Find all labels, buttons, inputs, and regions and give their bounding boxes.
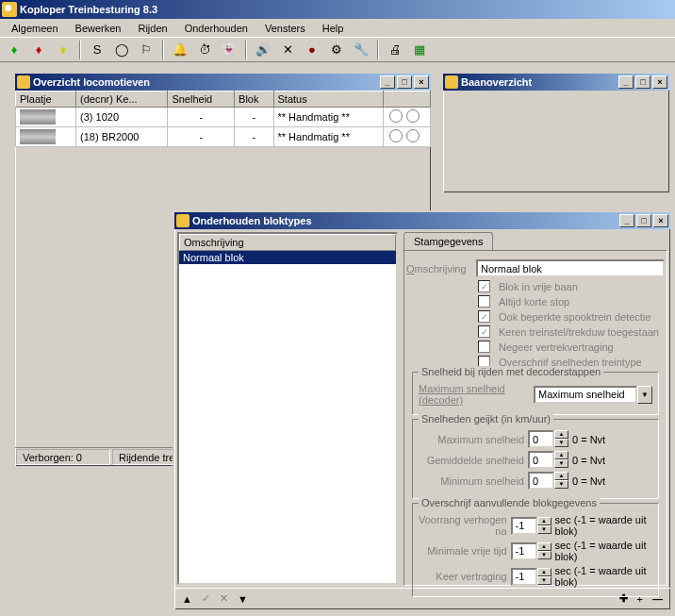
check-blok-vrije-baan[interactable]: ✓: [478, 280, 490, 292]
nav-up-icon[interactable]: ▲: [182, 593, 192, 605]
signal-red-icon[interactable]: ♦: [28, 40, 49, 60]
print-icon[interactable]: 🖨: [385, 40, 405, 60]
check-keren-toegestaan[interactable]: ✓: [478, 325, 490, 338]
circle-icon[interactable]: ◯: [111, 40, 132, 60]
check-altijd-korte-stop[interactable]: [478, 295, 490, 308]
check-negeer-vertraging[interactable]: [478, 341, 490, 353]
group-calibrated-speeds: Snelheden geijkt (in km/uur) Maximum sne…: [412, 419, 659, 499]
loco-thumb-icon: [20, 129, 56, 144]
baan-titlebar[interactable]: Baanoverzicht _ □ ×: [443, 74, 669, 91]
max-speed-spinner[interactable]: ▲▼: [528, 430, 568, 448]
minimize-button[interactable]: _: [619, 214, 634, 227]
maximize-button[interactable]: □: [635, 75, 650, 89]
sound-icon[interactable]: 🔊: [253, 40, 273, 60]
menu-vensters[interactable]: Vensters: [257, 21, 313, 36]
app-titlebar: Koploper Treinbesturing 8.3: [0, 0, 675, 19]
close-button[interactable]: ×: [652, 75, 667, 89]
timer-icon[interactable]: ⏱: [194, 40, 215, 60]
table-row[interactable]: (3) 1020 - - ** Handmatig **: [16, 108, 431, 127]
blocktype-list[interactable]: Omschrijving Normaal blok: [177, 232, 398, 585]
minimize-button[interactable]: _: [618, 75, 634, 89]
min-free-time-spinner[interactable]: ▲▼: [511, 542, 552, 560]
avg-speed-spinner[interactable]: ▲▼: [528, 451, 568, 469]
priority-spinner[interactable]: ▲▼: [511, 517, 552, 535]
table-row[interactable]: (18) BR2000 - - ** Handmatig **: [16, 127, 431, 147]
signal-yellow-icon[interactable]: ♦: [53, 40, 74, 60]
window-icon: [445, 75, 458, 89]
group-extra-blockdata: Overschrijf aanvullende blokgegevens Voo…: [412, 503, 659, 597]
desc-input[interactable]: [476, 259, 665, 277]
menu-help[interactable]: Help: [315, 21, 352, 36]
col-snelheid[interactable]: Snelheid: [168, 92, 235, 108]
min-speed-spinner[interactable]: ▲▼: [528, 472, 568, 490]
signal-green-icon[interactable]: ♦: [4, 40, 25, 60]
col-decnr[interactable]: (decnr) Ke...: [76, 92, 168, 108]
chevron-down-icon[interactable]: ▼: [637, 386, 652, 404]
nav-down-icon[interactable]: ▼: [238, 593, 248, 605]
col-plaatje[interactable]: Plaatje: [16, 92, 76, 108]
loco-title: Overzicht locomotieven: [33, 76, 150, 88]
indicator-icon: [389, 109, 403, 123]
app-title: Koploper Treinbesturing 8.3: [20, 4, 157, 15]
desc-label: Omschrijving: [406, 263, 472, 275]
baan-title: Baanoverzicht: [461, 76, 532, 88]
menu-onderhouden[interactable]: Onderhouden: [177, 21, 255, 36]
col-indicators: [384, 92, 431, 108]
ghost-icon[interactable]: 👻: [219, 40, 239, 60]
indicator-icon: [406, 109, 420, 123]
list-item[interactable]: Normaal blok: [179, 251, 396, 264]
loco-titlebar[interactable]: Overzicht locomotieven _ □ ×: [15, 74, 431, 91]
status-hidden: Verborgen: 0: [16, 449, 110, 465]
app-icon: [2, 2, 17, 17]
loco-table: Plaatje (decnr) Ke... Snelheid Blok Stat…: [15, 91, 431, 147]
close-button[interactable]: ×: [653, 214, 668, 227]
flag-icon[interactable]: ⚐: [136, 40, 156, 60]
list-header[interactable]: Omschrijving: [179, 234, 396, 251]
menu-algemeen[interactable]: Algemeen: [4, 21, 66, 36]
blok-titlebar[interactable]: Onderhouden bloktypes _ □ ×: [174, 212, 670, 229]
maximize-button[interactable]: □: [397, 75, 412, 89]
decoder-label: Maximum snelheid (decoder): [419, 383, 530, 406]
menu-bewerken[interactable]: Bewerken: [68, 21, 129, 36]
window-icon: [17, 75, 30, 89]
crossing-icon[interactable]: ✕: [277, 40, 298, 60]
tab-stamgegevens[interactable]: Stamgegevens: [403, 232, 493, 250]
decoder-speed-dropdown[interactable]: ▼: [534, 386, 652, 404]
wrench-icon[interactable]: 🔧: [351, 40, 371, 60]
indicator-icon: [389, 129, 403, 142]
s-button[interactable]: S: [87, 40, 107, 60]
bell-icon[interactable]: 🔔: [170, 40, 190, 60]
col-status[interactable]: Status: [273, 92, 384, 108]
indicator-icon: [406, 129, 420, 142]
gear-icon[interactable]: ⚙: [326, 40, 347, 60]
toolbar: ♦ ♦ ♦ S ◯ ⚐ 🔔 ⏱ 👻 🔊 ✕ ● ⚙ 🔧 🖨 ▦: [0, 38, 675, 62]
menubar: Algemeen Bewerken Rijden Onderhouden Ven…: [0, 19, 675, 38]
check-spooktrein-detectie[interactable]: ✓: [478, 310, 490, 323]
close-button[interactable]: ×: [414, 75, 429, 89]
minimize-button[interactable]: _: [380, 75, 395, 89]
window-blocktypes: Onderhouden bloktypes _ □ × Omschrijving…: [173, 210, 672, 611]
loco-thumb-icon: [20, 109, 56, 125]
blok-title: Onderhouden bloktypes: [192, 215, 312, 226]
group-decoder-speed: Snelheid bij rijden met decoderstappen M…: [412, 372, 659, 415]
stop-icon[interactable]: ●: [302, 40, 322, 60]
cancel-icon[interactable]: ✕: [220, 592, 228, 605]
window-icon: [176, 214, 189, 227]
confirm-icon[interactable]: ✓: [202, 592, 210, 605]
turn-delay-spinner[interactable]: ▲▼: [511, 568, 552, 586]
window-baan-overview: Baanoverzicht _ □ ×: [441, 72, 671, 194]
col-blok[interactable]: Blok: [235, 92, 273, 108]
menu-rijden[interactable]: Rijden: [130, 21, 174, 36]
excel-icon[interactable]: ▦: [409, 40, 430, 60]
maximize-button[interactable]: □: [636, 214, 651, 227]
